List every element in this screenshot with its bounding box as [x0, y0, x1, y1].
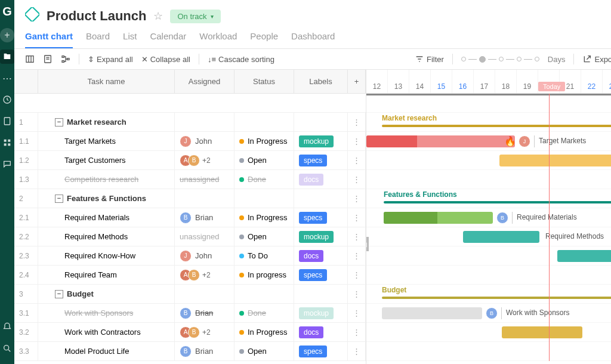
tab-dashboard[interactable]: Dashboard [291, 31, 335, 48]
row-menu-button[interactable]: ⋮ [348, 304, 366, 322]
star-icon[interactable]: ☆ [153, 10, 163, 23]
task-row[interactable]: 2.3 Required Know-How JJohn To Do docs ⋮ [14, 246, 366, 266]
rail-folder-button[interactable] [0, 50, 14, 64]
tab-list[interactable]: List [123, 31, 137, 48]
rail-clock-button[interactable] [0, 92, 14, 107]
hierarchy-button[interactable] [61, 54, 70, 64]
status-cell[interactable]: Done [234, 304, 294, 322]
rail-search-button[interactable] [0, 341, 14, 356]
task-row[interactable]: 1.2 Target Customers AB+2 Open specs ⋮ [14, 151, 366, 170]
gantt-task-bar[interactable] [557, 250, 611, 262]
task-row[interactable]: 2.1 Required Materials BBrian In Progres… [14, 208, 366, 227]
row-menu-button[interactable]: ⋮ [348, 227, 366, 246]
rail-add-button[interactable]: + [0, 28, 14, 42]
filter-button[interactable]: Filter [415, 54, 444, 64]
rail-grid-button[interactable] [0, 135, 14, 150]
task-row[interactable]: 3.2 Work with Contractors AB+2 In Progre… [14, 323, 366, 342]
row-menu-button[interactable]: ⋮ [348, 285, 366, 303]
tab-board[interactable]: Board [86, 31, 110, 48]
status-cell[interactable]: To Do [234, 246, 294, 265]
gantt-task-bar[interactable] [384, 212, 493, 224]
label-cell[interactable]: docs [294, 323, 348, 341]
group-row[interactable]: 3 − Budget ⋮ [14, 285, 366, 304]
row-menu-button[interactable]: ⋮ [348, 342, 366, 360]
project-status[interactable]: On track ▾ [170, 10, 220, 23]
label-cell[interactable]: specs [294, 208, 348, 227]
gantt-task-bar[interactable] [499, 155, 611, 166]
collapse-toggle[interactable]: − [55, 118, 63, 127]
collapse-all-button[interactable]: ✕ Collapse all [141, 55, 190, 64]
assignee-cell[interactable]: BBrian [175, 208, 234, 227]
label-cell[interactable]: specs [294, 151, 348, 169]
assignee-cell[interactable]: AB+2 [175, 266, 234, 284]
task-row[interactable]: 1.3 Competitors research unassigned Done… [14, 170, 366, 189]
status-cell[interactable]: Open [234, 151, 294, 169]
row-menu-button[interactable]: ⋮ [348, 246, 366, 265]
label-cell[interactable]: docs [294, 246, 348, 265]
task-row[interactable]: 2.4 Required Team AB+2 In progress specs… [14, 266, 366, 285]
columns-button[interactable] [25, 54, 35, 64]
assignee-cell[interactable]: BBrian [175, 342, 234, 360]
tab-gantt-chart[interactable]: Gantt chart [25, 31, 73, 48]
assignee-cell[interactable]: BBrian [175, 304, 234, 322]
task-row[interactable]: 3.1 Work with Sponsors BBrian Done mocku… [14, 304, 366, 323]
assignee-cell[interactable]: unassigned [175, 227, 234, 246]
assignee-cell[interactable]: JJohn [175, 132, 234, 150]
gantt-task-bar[interactable] [366, 135, 515, 147]
collapse-toggle[interactable]: − [55, 195, 63, 203]
expand-all-button[interactable]: ⇕ Expand all [88, 55, 133, 64]
gantt-task-bar[interactable] [382, 307, 482, 319]
row-menu-button[interactable]: ⋮ [348, 266, 366, 284]
col-labels[interactable]: Labels [294, 70, 348, 93]
label-cell[interactable]: mockup [294, 132, 348, 150]
label-cell[interactable]: docs [294, 170, 348, 189]
rail-bell-button[interactable] [0, 320, 14, 334]
assignee-cell[interactable]: AB+2 [175, 323, 234, 341]
zoom-slider[interactable] [461, 56, 539, 63]
gantt-group-bar[interactable] [382, 125, 611, 127]
label-cell[interactable]: mockup [294, 227, 348, 246]
row-menu-button[interactable]: ⋮ [348, 151, 366, 169]
status-cell[interactable]: In progress [234, 266, 294, 284]
export-button[interactable]: Export [582, 54, 611, 64]
rail-chat-button[interactable] [0, 157, 14, 171]
status-cell[interactable]: In Progress [234, 323, 294, 341]
assignee-cell[interactable]: AB+2 [175, 151, 234, 169]
col-task-name[interactable]: Task name [38, 70, 175, 93]
label-cell[interactable]: specs [294, 342, 348, 360]
group-row[interactable]: 1 − Market research ⋮ [14, 113, 366, 132]
row-menu-button[interactable]: ⋮ [348, 113, 366, 131]
collapse-toggle[interactable]: − [55, 290, 63, 298]
add-column-button[interactable]: + [348, 70, 366, 93]
status-cell[interactable]: Done [234, 170, 294, 189]
tab-workload[interactable]: Workload [199, 31, 237, 48]
gantt-group-bar[interactable] [384, 201, 611, 203]
label-cell[interactable]: mockup [294, 304, 348, 322]
status-cell[interactable]: In Progress [234, 132, 294, 150]
row-menu-button[interactable]: ⋮ [348, 208, 366, 227]
task-row[interactable]: 2.2 Required Methods unassigned Open moc… [14, 227, 366, 246]
task-button[interactable] [43, 54, 53, 64]
col-assigned[interactable]: Assigned [175, 70, 234, 93]
tab-calendar[interactable]: Calendar [150, 31, 186, 48]
gantt-group-bar[interactable] [382, 297, 611, 299]
collapse-panel-handle[interactable]: ◀ [366, 237, 369, 251]
group-row[interactable]: 2 − Features & Functions ⋮ [14, 189, 366, 208]
row-menu-button[interactable]: ⋮ [348, 132, 366, 150]
assignee-cell[interactable]: JJohn [175, 246, 234, 265]
row-menu-button[interactable]: ⋮ [348, 323, 366, 341]
gantt-task-bar[interactable] [502, 326, 582, 338]
cascade-sorting-button[interactable]: ↓≡ Cascade sorting [208, 55, 274, 64]
label-cell[interactable]: specs [294, 266, 348, 284]
assignee-cell[interactable]: unassigned [175, 170, 234, 189]
status-cell[interactable]: Open [234, 342, 294, 360]
status-cell[interactable]: In Progress [234, 208, 294, 227]
row-menu-button[interactable]: ⋮ [348, 189, 366, 208]
status-cell[interactable]: Open [234, 227, 294, 246]
task-row[interactable]: 3.3 Model Product Life BBrian Open specs… [14, 342, 366, 361]
col-status[interactable]: Status [234, 70, 294, 93]
row-menu-button[interactable]: ⋮ [348, 170, 366, 189]
tab-people[interactable]: People [250, 31, 278, 48]
rail-doc-button[interactable] [0, 114, 14, 128]
task-row[interactable]: 1.1 Target Markets JJohn In Progress moc… [14, 132, 366, 151]
